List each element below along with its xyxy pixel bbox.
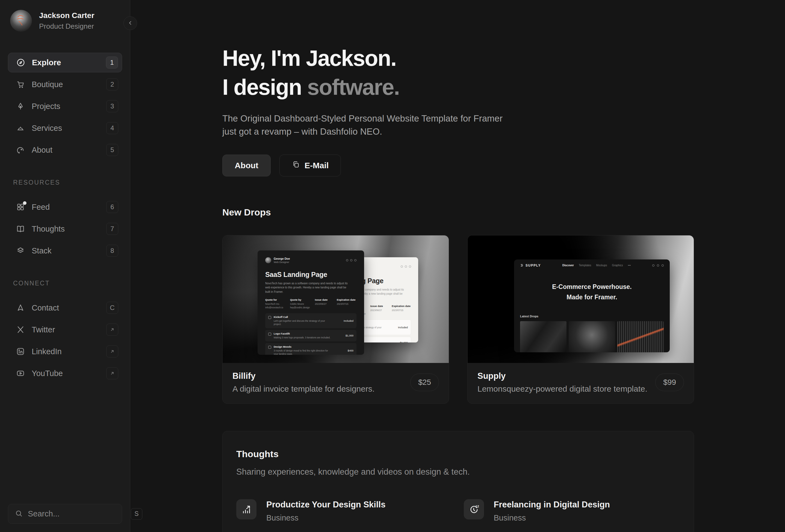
invoice-social-icons xyxy=(401,265,411,268)
about-button[interactable]: About xyxy=(222,155,271,176)
shortcut-badge: 1 xyxy=(106,56,118,69)
product-card-supply[interactable]: SUPPLY DiscoverTemplatesMockupsGraphics•… xyxy=(467,235,694,404)
twitter-icon xyxy=(405,265,407,268)
thoughts-section: Thoughts Sharing experiences, knowledge … xyxy=(222,431,694,532)
line-item-icon xyxy=(268,346,271,349)
shortcut-badge: 4 xyxy=(106,122,118,134)
product-name: Supply xyxy=(477,371,647,381)
supply-card-footer: Supply Lemonsqueezy-powered digital stor… xyxy=(467,363,694,403)
new-drops-title: New Drops xyxy=(222,207,694,218)
facebook-icon xyxy=(354,259,356,261)
supply-thumbnails xyxy=(514,321,670,352)
sidebar-item-label: LinkedIn xyxy=(32,347,62,356)
sidebar-item-contact[interactable]: ContactC xyxy=(8,298,122,318)
sidebar-item-linkedin[interactable]: LinkedIn xyxy=(8,341,122,361)
profile: Jackson Carter Product Designer xyxy=(10,10,122,32)
invoice-meta-col: Issue date2023/06/27 xyxy=(315,298,335,309)
instagram-icon xyxy=(652,264,654,267)
facebook-icon xyxy=(409,265,411,268)
supply-logo-text: SUPPLY xyxy=(526,263,541,268)
invoice-meta-col: Quote forNovoTech Inc.info@novotech.io xyxy=(265,298,288,309)
email-button-label: E-Mail xyxy=(305,161,329,170)
sidebar-item-about[interactable]: About5 xyxy=(8,140,122,160)
invoice-line-item: Design Moods3 rounds of design mood to f… xyxy=(265,343,356,355)
profile-role: Product Designer xyxy=(39,22,94,31)
price-badge: $99 xyxy=(655,374,684,391)
site-nav-item: Templates xyxy=(579,264,591,267)
shortcut-badge: 8 xyxy=(106,245,118,257)
invoice-author: George Doe xyxy=(274,257,290,260)
sidebar-item-projects[interactable]: Projects3 xyxy=(8,96,122,116)
sidebar-item-label: Contact xyxy=(32,303,59,312)
supply-site-mockup: SUPPLY DiscoverTemplatesMockupsGraphics•… xyxy=(514,259,670,352)
post-title: Productize Your Design Skills xyxy=(266,500,385,510)
sidebar-item-explore[interactable]: Explore1 xyxy=(8,53,122,72)
email-button[interactable]: E-Mail xyxy=(279,155,341,176)
invoice-mockup-dark: George DoeWeb DesignerSaaS Landing PageN… xyxy=(258,250,364,355)
supply-thumbnail-laptop xyxy=(569,321,615,352)
supply-thumbnail-card xyxy=(520,321,566,352)
sidebar-item-boutique[interactable]: Boutique2 xyxy=(8,75,122,94)
notification-dot xyxy=(23,201,26,205)
invoice-social-icons xyxy=(346,259,356,261)
sidebar-item-youtube[interactable]: YouTube xyxy=(8,363,122,383)
sidebar-item-twitter[interactable]: Twitter xyxy=(8,320,122,339)
feed-icon xyxy=(16,202,25,212)
section-label-connect: Connect xyxy=(8,280,122,287)
twitter-icon xyxy=(350,259,352,261)
hero-heading-accent: software. xyxy=(307,75,400,99)
chevron-left-icon xyxy=(127,20,133,27)
hero-heading-line2: I design xyxy=(222,75,307,99)
sidebar-item-label: Twitter xyxy=(32,325,55,334)
search-box[interactable]: S xyxy=(8,504,122,524)
linkedin-icon xyxy=(16,347,25,356)
facebook-icon xyxy=(661,264,664,267)
shortcut-badge xyxy=(106,324,118,336)
invoice-meta-col: Quote byCédric Moorehey@cedric.design xyxy=(290,298,313,309)
invoice-line-item: Logo FaceliftMaking 3 new logo proposals… xyxy=(265,330,356,341)
site-nav-item: Mockups xyxy=(596,264,607,267)
site-nav-item: ••• xyxy=(628,264,631,267)
avatar xyxy=(10,10,32,32)
compass-icon xyxy=(16,58,25,67)
shortcut-badge: 5 xyxy=(106,144,118,156)
shortcut-badge: 6 xyxy=(106,201,118,213)
search-shortcut-badge: S xyxy=(131,508,142,520)
sidebar-collapse-button[interactable] xyxy=(124,17,137,30)
billify-card-footer: Billify A digital invoice template for d… xyxy=(223,363,449,403)
search-input[interactable] xyxy=(28,509,131,518)
shortcut-badge: C xyxy=(106,302,118,314)
invoice-line-item: Kickoff CallLet's get together and discu… xyxy=(265,313,356,328)
post-category: Business xyxy=(266,513,385,523)
sidebar-item-feed[interactable]: Feed6 xyxy=(8,197,122,217)
profile-name: Jackson Carter xyxy=(39,11,94,20)
product-name: Billify xyxy=(232,371,375,381)
sidebar-item-thoughts[interactable]: Thoughts7 xyxy=(8,219,122,239)
thoughts-posts-grid: Productize Your Design SkillsBusiness12F… xyxy=(236,499,680,532)
product-card-billify[interactable]: George DoeWeb DesignerSaaS Landing PageN… xyxy=(222,235,449,404)
hero-heading-line1: Hey, I'm Jackson. xyxy=(222,46,396,71)
instagram-icon xyxy=(346,259,348,261)
hero-subtitle: The Original Dashboard-Styled Personal W… xyxy=(222,112,509,138)
thought-post[interactable]: Productize Your Design SkillsBusiness xyxy=(236,499,453,523)
thought-post[interactable]: 12Freelancing in Digital DesignBusiness xyxy=(464,499,680,523)
hero-heading: Hey, I'm Jackson. I design software. xyxy=(222,44,694,102)
post-category: Business xyxy=(494,513,610,523)
product-description: A digital invoice template for designers… xyxy=(232,384,375,394)
sidebar-section-nav: ContactCTwitterLinkedInYouTube xyxy=(8,298,122,383)
product-description: Lemonsqueezy-powered digital store templ… xyxy=(477,384,647,394)
clock-12-icon: 12 xyxy=(464,499,484,520)
invoice-meta-col: Issue date2023/06/27 xyxy=(371,305,390,316)
supply-section-label: Latest Drops xyxy=(520,314,664,318)
supply-site-menu: DiscoverTemplatesMockupsGraphics••• xyxy=(562,264,631,267)
sidebar-section-nav: Feed6Thoughts7Stack8 xyxy=(8,197,122,260)
sidebar-item-label: Projects xyxy=(32,102,60,111)
face-icon xyxy=(16,145,25,155)
main-content: Hey, I'm Jackson. I design software. The… xyxy=(130,0,785,532)
sidebar-item-label: Services xyxy=(32,124,62,133)
cart-icon xyxy=(16,80,25,89)
sidebar-item-services[interactable]: Services4 xyxy=(8,118,122,138)
post-title: Freelancing in Digital Design xyxy=(494,500,610,510)
sidebar-item-stack[interactable]: Stack8 xyxy=(8,241,122,260)
supply-preview-image: SUPPLY DiscoverTemplatesMockupsGraphics•… xyxy=(467,235,694,363)
